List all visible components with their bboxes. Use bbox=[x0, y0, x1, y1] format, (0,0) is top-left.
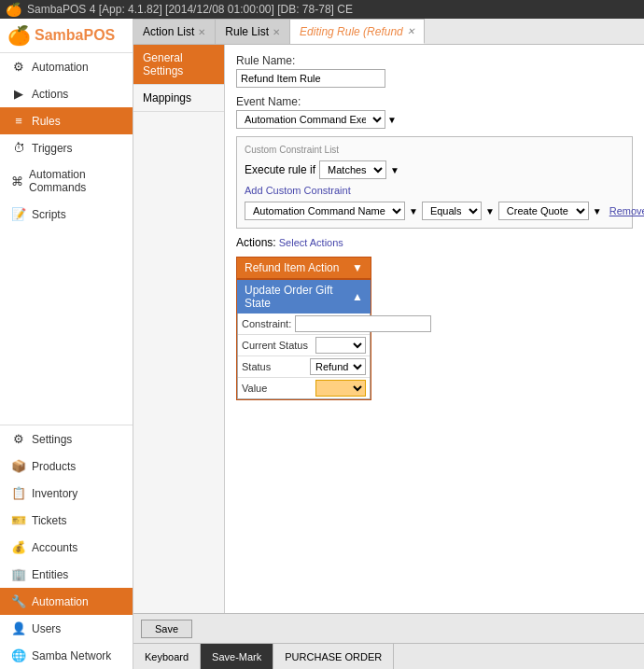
add-constraint-link[interactable]: Add Custom Constraint bbox=[245, 185, 624, 196]
rule-name-row: Rule Name: bbox=[236, 54, 633, 88]
rule-name-input[interactable] bbox=[236, 69, 385, 88]
triggers-icon: ⏱ bbox=[11, 141, 26, 155]
sidebar-item-label: Users bbox=[32, 622, 61, 635]
param-value-row: Value bbox=[238, 378, 370, 398]
entities-icon: 🏢 bbox=[11, 567, 26, 581]
action-item-header[interactable]: Update Order Gift State ▲ bbox=[237, 280, 371, 314]
select-actions-link[interactable]: Select Actions bbox=[279, 237, 343, 248]
param-value-label: Value bbox=[242, 383, 312, 394]
sidebar-item-label: Automation bbox=[32, 595, 89, 608]
footer: Keyboard Save-Mark PURCHASE ORDER bbox=[133, 643, 644, 669]
event-name-row: Event Name: Automation Command Executed … bbox=[236, 95, 633, 129]
actions-label-text: Actions: bbox=[236, 236, 276, 249]
automation-bottom-icon: 🔧 bbox=[11, 594, 26, 608]
action-item-header-arrow: ▲ bbox=[352, 290, 363, 303]
keyboard-button[interactable]: Keyboard bbox=[133, 644, 201, 669]
sidebar-item-scripts[interactable]: 📝 Scripts bbox=[0, 201, 133, 228]
scripts-icon: 📝 bbox=[11, 207, 26, 221]
sidebar-item-label: Samba Network bbox=[32, 649, 111, 662]
save-button[interactable]: Save bbox=[141, 620, 192, 638]
actions-label: Actions: Select Actions bbox=[236, 237, 343, 248]
sidebar-item-label: Tickets bbox=[32, 514, 67, 527]
tab-label: Editing Rule (Refund bbox=[300, 25, 403, 38]
param-status-label: Status bbox=[242, 361, 306, 372]
tab-editing-rule[interactable]: Editing Rule (Refund ✕ bbox=[290, 19, 425, 44]
automation-icon: ⚙ bbox=[11, 60, 26, 74]
sidebar-item-settings[interactable]: ⚙ Settings bbox=[0, 425, 133, 453]
sidebar-logo-icon: 🍊 bbox=[7, 24, 31, 47]
users-icon: 👤 bbox=[11, 621, 26, 635]
sidebar-item-entities[interactable]: 🏢 Entities bbox=[0, 561, 133, 588]
constraint-field-select[interactable]: Automation Command Name bbox=[245, 202, 405, 220]
sidebar-item-label: Automation Commands bbox=[29, 168, 121, 194]
sub-tab-mappings[interactable]: Mappings bbox=[133, 85, 224, 112]
sidebar-item-label: Products bbox=[32, 460, 76, 473]
title-bar: 🍊 SambaPOS 4 [App: 4.1.82] [2014/12/08 0… bbox=[0, 0, 644, 19]
tab-action-list[interactable]: Action List ✕ bbox=[133, 19, 216, 44]
param-status-select[interactable]: Refund bbox=[310, 358, 366, 375]
sidebar-item-label: Automation bbox=[32, 61, 89, 74]
value-arrow: ▼ bbox=[593, 206, 602, 216]
tab-label: Action List bbox=[143, 25, 194, 38]
op-arrow: ▼ bbox=[485, 206, 495, 216]
tab-label: Rule List bbox=[225, 25, 269, 38]
sidebar-item-automation[interactable]: ⚙ Automation bbox=[0, 53, 133, 80]
remove-constraint-button[interactable]: Remove bbox=[609, 205, 644, 216]
action-item-body: Constraint: Current Status Statu bbox=[237, 314, 371, 399]
sub-tab-label: General Settings bbox=[143, 51, 183, 77]
app-logo-icon: 🍊 bbox=[6, 2, 21, 17]
sidebar-item-accounts[interactable]: 💰 Accounts bbox=[0, 534, 133, 561]
accounts-icon: 💰 bbox=[11, 540, 26, 554]
param-constraint-input[interactable] bbox=[295, 315, 431, 332]
bottom-bar: Save bbox=[133, 613, 644, 643]
sidebar-bottom: ⚙ Settings 📦 Products 📋 Inventory 🎫 Tick… bbox=[0, 425, 133, 669]
tab-close-editing-rule[interactable]: ✕ bbox=[407, 26, 414, 36]
sidebar-item-label: Entities bbox=[32, 568, 68, 581]
content-area: Action List ✕ Rule List ✕ Editing Rule (… bbox=[133, 19, 644, 669]
products-icon: 📦 bbox=[11, 459, 26, 473]
title-text: SambaPOS 4 [App: 4.1.82] [2014/12/08 01:… bbox=[27, 3, 353, 16]
sidebar-item-actions[interactable]: ▶ Actions bbox=[0, 80, 133, 107]
sub-sidebar: General Settings Mappings bbox=[133, 45, 225, 613]
sidebar-item-rules[interactable]: ≡ Rules bbox=[0, 107, 133, 134]
sidebar-item-products[interactable]: 📦 Products bbox=[0, 453, 133, 480]
action-item-expanded: Update Order Gift State ▲ Constraint: Cu… bbox=[236, 279, 371, 400]
constraint-box: Custom Constraint List Execute rule if M… bbox=[236, 136, 633, 229]
event-name-select[interactable]: Automation Command Executed bbox=[236, 110, 385, 129]
sidebar-item-automation-commands[interactable]: ⌘ Automation Commands bbox=[0, 161, 133, 201]
action-dropdown[interactable]: Refund Item Action ▼ bbox=[236, 257, 371, 279]
sidebar-item-samba-network[interactable]: 🌐 Samba Network bbox=[0, 642, 133, 669]
sidebar-item-automation-bottom[interactable]: 🔧 Automation bbox=[0, 588, 133, 615]
tab-rule-list[interactable]: Rule List ✕ bbox=[216, 19, 290, 44]
tab-close-action-list[interactable]: ✕ bbox=[198, 27, 205, 37]
sidebar-item-inventory[interactable]: 📋 Inventory bbox=[0, 480, 133, 507]
action-dropdown-arrow: ▼ bbox=[352, 261, 363, 274]
param-current-status-select[interactable] bbox=[315, 337, 366, 354]
constraint-value-select[interactable]: Create Quote bbox=[498, 202, 589, 220]
settings-icon: ⚙ bbox=[11, 432, 26, 446]
param-value-select[interactable] bbox=[315, 380, 366, 397]
sidebar-item-tickets[interactable]: 🎫 Tickets bbox=[0, 507, 133, 534]
constraint-op-select[interactable]: Equals bbox=[422, 202, 482, 220]
sidebar-item-users[interactable]: 👤 Users bbox=[0, 615, 133, 642]
param-status-row: Status Refund bbox=[238, 356, 370, 378]
purchase-order-button[interactable]: PURCHASE ORDER bbox=[273, 644, 394, 669]
sidebar: 🍊 SambaPOS ⚙ Automation ▶ Actions ≡ Rule… bbox=[0, 19, 133, 669]
automation-commands-icon: ⌘ bbox=[11, 174, 23, 188]
rule-name-label: Rule Name: bbox=[236, 54, 633, 67]
sidebar-logo-text: SambaPOS bbox=[35, 27, 115, 44]
action-item-header-label: Update Order Gift State bbox=[245, 284, 352, 310]
main-panel: General Settings Mappings Rule Name: Eve… bbox=[133, 45, 644, 613]
sidebar-item-label: Triggers bbox=[32, 142, 73, 155]
sub-tab-label: Mappings bbox=[143, 91, 191, 105]
action-dropdown-label: Refund Item Action bbox=[245, 261, 339, 274]
sidebar-item-triggers[interactable]: ⏱ Triggers bbox=[0, 134, 133, 161]
sidebar-item-label: Inventory bbox=[32, 487, 77, 500]
save-mark-button[interactable]: Save-Mark bbox=[201, 644, 273, 669]
tab-close-rule-list[interactable]: ✕ bbox=[273, 27, 280, 37]
tab-bar: Action List ✕ Rule List ✕ Editing Rule (… bbox=[133, 19, 644, 45]
sub-tab-general-settings[interactable]: General Settings bbox=[133, 45, 224, 85]
execute-select[interactable]: Matches bbox=[319, 160, 386, 179]
constraint-title: Custom Constraint List bbox=[245, 145, 624, 155]
sidebar-item-label: Rules bbox=[32, 115, 61, 128]
